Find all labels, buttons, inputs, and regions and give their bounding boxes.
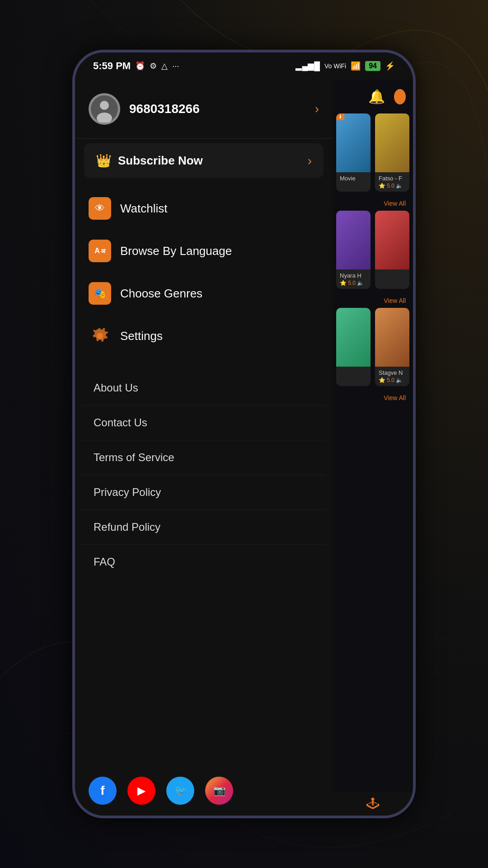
svg-point-1 (100, 101, 109, 110)
menu-item-settings[interactable]: Settings (75, 315, 333, 357)
right-panel: 🔔 ✂ ⬇ Movie (333, 80, 413, 816)
notification-bell-icon[interactable]: 🔔 (368, 89, 385, 104)
clock-icon: ⏰ (135, 61, 145, 71)
more-status-icon: ··· (172, 61, 179, 71)
thumb-image-6 (375, 308, 409, 367)
twitter-icon: 🐦 (174, 785, 187, 797)
subscribe-chevron-icon: › (308, 154, 312, 168)
phone-screen: 5:59 PM ⏰ ⚙ △ ··· ▂▄▆█ Vo WiFi 📶 94 ⚡ (75, 52, 413, 816)
youtube-button[interactable]: ▶ (127, 777, 155, 805)
card-rating-2: ⭐ 5.0 🔈 (379, 183, 406, 189)
thumb-image-1: ⬇ (336, 113, 371, 172)
menu-section: 👁 Watchlist A अ Browse By Language (75, 183, 333, 362)
downloaded-badge: ⬇ (336, 113, 344, 120)
refund-policy-label: Refund Policy (94, 521, 160, 533)
facebook-button[interactable]: f (89, 777, 117, 805)
refund-policy-item[interactable]: Refund Policy (82, 510, 326, 545)
card-rating-3: ⭐ 5.0 🔈 (340, 280, 367, 286)
thumb-image-5 (336, 308, 371, 367)
browse-language-icon: A (94, 247, 100, 255)
card-title-1: Movie (340, 175, 367, 182)
subscribe-left: 👑 Subscribe Now (96, 153, 203, 168)
content-area: 9680318266 › 👑 Subscribe Now › 👁 (75, 80, 413, 816)
thumb-card-6[interactable]: Stagve N ⭐ 5.0 🔈 (375, 308, 409, 386)
right-header: 🔔 ✂ (333, 80, 413, 113)
view-all-2[interactable]: View All (336, 295, 409, 308)
vowifi-icon: Vo WiFi (324, 62, 346, 70)
genres-label: Choose Genres (120, 287, 202, 301)
watchlist-icon: 👁 (95, 203, 105, 214)
browse-language-hindi-icon: अ (101, 247, 105, 255)
genres-icon-box: 🎭 (89, 282, 111, 305)
menu-item-watchlist[interactable]: 👁 Watchlist (75, 187, 333, 230)
settings-gear-icon (90, 326, 110, 346)
status-left: 5:59 PM ⏰ ⚙ △ ··· (93, 60, 179, 72)
watchlist-label: Watchlist (120, 202, 168, 216)
content-row-2: Nyara H ⭐ 5.0 🔈 (336, 211, 409, 289)
terms-of-service-label: Terms of Service (94, 451, 174, 463)
watchlist-icon-box: 👁 (89, 197, 111, 220)
facebook-icon: f (100, 783, 104, 798)
about-us-label: About Us (94, 382, 138, 394)
menu-item-genres[interactable]: 🎭 Choose Genres (75, 272, 333, 315)
home-icon[interactable]: 🕹 (366, 796, 379, 811)
legal-section: About Us Contact Us Terms of Service Pri… (82, 366, 326, 584)
contact-us-item[interactable]: Contact Us (82, 406, 326, 440)
genres-icon: 🎭 (94, 288, 106, 299)
view-all-3[interactable]: View All (336, 392, 409, 405)
view-all-1[interactable]: View All (336, 198, 409, 211)
signal-icon: ▂▄▆█ (296, 61, 320, 71)
right-content: ⬇ Movie Fatso - F ⭐ 5.0 🔈 (333, 113, 413, 792)
status-bar: 5:59 PM ⏰ ⚙ △ ··· ▂▄▆█ Vo WiFi 📶 94 ⚡ (75, 52, 413, 80)
user-phone-number: 9680318266 (129, 102, 306, 116)
thumb-card-5[interactable] (336, 308, 371, 386)
privacy-policy-label: Privacy Policy (94, 486, 161, 498)
thumb-card-3[interactable]: Nyara H ⭐ 5.0 🔈 (336, 211, 371, 289)
terms-of-service-item[interactable]: Terms of Service (82, 440, 326, 475)
youtube-icon: ▶ (137, 784, 145, 797)
thumb-card-2[interactable]: Fatso - F ⭐ 5.0 🔈 (375, 113, 409, 192)
card-rating-6: ⭐ 5.0 🔈 (379, 377, 406, 383)
menu-item-browse-language[interactable]: A अ Browse By Language (75, 230, 333, 272)
subscribe-now-button[interactable]: 👑 Subscribe Now › (84, 143, 324, 178)
wifi-icon: 📶 (351, 61, 361, 71)
avatar-icon (91, 95, 118, 123)
avatar (89, 93, 120, 125)
faq-label: FAQ (94, 556, 115, 568)
twitter-button[interactable]: 🐦 (166, 777, 194, 805)
browse-language-icon-box: A अ (89, 240, 111, 262)
instagram-icon: 📷 (213, 785, 225, 797)
social-links-section: f ▶ 🐦 📷 (75, 766, 333, 816)
thumb-image-4 (375, 211, 409, 269)
status-time: 5:59 PM (93, 60, 131, 72)
discount-icon[interactable]: ✂ (394, 89, 406, 104)
card-title-2: Fatso - F (379, 175, 406, 182)
user-profile-section[interactable]: 9680318266 › (75, 80, 333, 139)
power-button (413, 165, 416, 220)
settings-icon-box (89, 325, 111, 347)
thumb-card-4[interactable] (375, 211, 409, 289)
battery-bolt-icon: ⚡ (385, 61, 395, 71)
instagram-button[interactable]: 📷 (205, 777, 233, 805)
faq-item[interactable]: FAQ (82, 545, 326, 579)
about-us-item[interactable]: About Us (82, 371, 326, 406)
settings-label: Settings (120, 329, 163, 343)
privacy-policy-item[interactable]: Privacy Policy (82, 475, 326, 510)
profile-chevron-icon: › (315, 102, 319, 116)
status-right: ▂▄▆█ Vo WiFi 📶 94 ⚡ (296, 61, 395, 71)
thumb-image-3 (336, 211, 371, 269)
browse-language-label: Browse By Language (120, 244, 232, 258)
bottom-nav: 🕹 (333, 792, 413, 816)
settings-status-icon: ⚙ (150, 61, 157, 71)
contact-us-label: Contact Us (94, 416, 147, 429)
card-title-6: Stagve N (379, 369, 406, 376)
notification-status-icon: △ (161, 61, 168, 71)
thumb-image-2 (375, 113, 409, 172)
phone-frame: 5:59 PM ⏰ ⚙ △ ··· ▂▄▆█ Vo WiFi 📶 94 ⚡ (72, 50, 416, 818)
thumb-card-1[interactable]: ⬇ Movie (336, 113, 371, 192)
subscribe-label: Subscribe Now (118, 154, 203, 168)
content-row-3: Stagve N ⭐ 5.0 🔈 (336, 308, 409, 386)
card-title-3: Nyara H (340, 272, 367, 279)
crown-icon: 👑 (96, 153, 112, 168)
content-row-1: ⬇ Movie Fatso - F ⭐ 5.0 🔈 (336, 113, 409, 192)
